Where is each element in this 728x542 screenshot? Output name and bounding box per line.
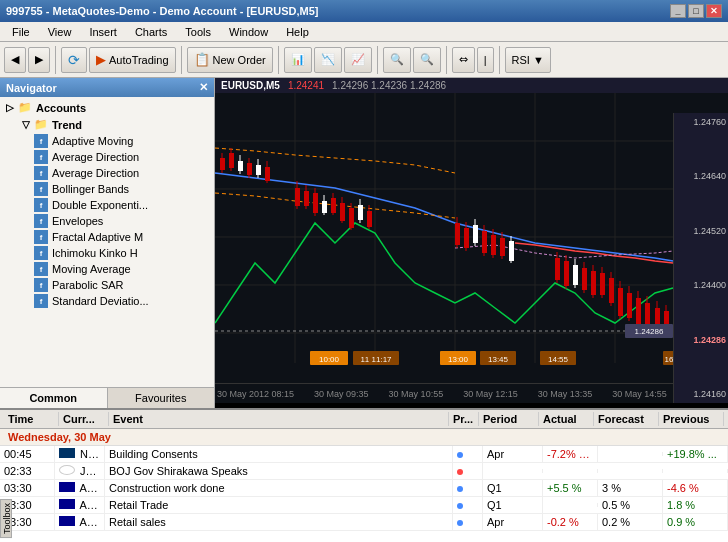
row2-actual	[543, 469, 598, 473]
indicator-label: Parabolic SAR	[52, 279, 124, 291]
toolbar-sep4	[377, 46, 378, 74]
menu-tools[interactable]: Tools	[177, 24, 219, 40]
svg-text:1.24286: 1.24286	[635, 327, 664, 336]
col-time: Time	[4, 412, 59, 426]
neworder-btn[interactable]: 📋 New Order	[187, 47, 273, 73]
calendar-row-4[interactable]: 03:30 AUD Retail Trade Q1 0.5 % 1.8 %	[0, 497, 728, 514]
toolbar-refresh-btn[interactable]: ⟳	[61, 47, 87, 73]
close-btn[interactable]: ✕	[706, 4, 722, 18]
tree-trend-folder[interactable]: ▽ 📁 Trend	[18, 116, 212, 133]
indicator-fractal[interactable]: f Fractal Adaptive M	[30, 229, 212, 245]
calendar-row-5[interactable]: 03:30 AUD Retail sales Apr -0.2 % 0.2 % …	[0, 514, 728, 531]
rsi-btn[interactable]: RSI ▼	[505, 47, 551, 73]
zoom-in-btn[interactable]: 🔍	[383, 47, 411, 73]
indicator-stddev[interactable]: f Standard Deviatio...	[30, 293, 212, 309]
maximize-btn[interactable]: □	[688, 4, 704, 18]
scroll-btn[interactable]: ⇔	[452, 47, 475, 73]
svg-text:10:00: 10:00	[319, 355, 340, 364]
tab-common[interactable]: Common	[0, 388, 108, 408]
row4-actual	[543, 503, 598, 507]
row2-event: BOJ Gov Shirakawa Speaks	[105, 463, 453, 479]
row1-time: 00:45	[0, 446, 55, 462]
window-title: 999755 - MetaQuotes-Demo - Demo Account …	[6, 5, 319, 17]
price-level-3: 1.24520	[676, 226, 726, 236]
trend-folder-label: Trend	[52, 119, 82, 131]
row5-currency-label: AUD	[79, 516, 102, 528]
row4-previous: 1.8 %	[663, 497, 728, 513]
indicator-ichimoku[interactable]: f Ichimoku Kinko H	[30, 245, 212, 261]
zoom-out-btn[interactable]: 🔍	[413, 47, 441, 73]
flag-aud3	[59, 516, 75, 526]
tab-favourites[interactable]: Favourites	[108, 388, 215, 408]
zoom-in-icon: 🔍	[390, 53, 404, 66]
indicator-parabolic[interactable]: f Parabolic SAR	[30, 277, 212, 293]
toolbox-tab[interactable]: Toolbox	[0, 499, 12, 538]
price-level-current: 1.24286	[676, 335, 726, 345]
indicator-ma[interactable]: f Moving Average	[30, 261, 212, 277]
menu-help[interactable]: Help	[278, 24, 317, 40]
row2-period	[483, 469, 543, 473]
row1-currency-label: NZD	[80, 448, 103, 460]
indicator-icon: f	[34, 198, 48, 212]
tree-root-label: Accounts	[36, 102, 86, 114]
indicator-icon: f	[34, 166, 48, 180]
time-axis: 30 May 2012 08:15 30 May 09:35 30 May 10…	[215, 383, 728, 403]
price-panel: 1.24760 1.24640 1.24520 1.24400 1.24286 …	[673, 113, 728, 403]
indicator-label: Ichimoku Kinko H	[52, 247, 138, 259]
period-btn[interactable]: |	[477, 47, 494, 73]
indicator-adaptive-moving[interactable]: f Adaptive Moving	[30, 133, 212, 149]
chart-type-bar[interactable]: 📊	[284, 47, 312, 73]
toolbar-sep6	[499, 46, 500, 74]
col-currency: Curr...	[59, 412, 109, 426]
row4-forecast: 0.5 %	[598, 497, 663, 513]
toolbar-back-btn[interactable]: ◀	[4, 47, 26, 73]
window-controls[interactable]: _ □ ✕	[670, 4, 722, 18]
row3-previous: -4.6 %	[663, 480, 728, 496]
indicator-avg-dir-1[interactable]: f Average Direction	[30, 149, 212, 165]
minimize-btn[interactable]: _	[670, 4, 686, 18]
candle-icon: 📉	[321, 53, 335, 66]
indicator-dexp[interactable]: f Double Exponenti...	[30, 197, 212, 213]
indicator-icon: f	[34, 134, 48, 148]
zoom-out-icon: 🔍	[420, 53, 434, 66]
time-label-4: 30 May 12:15	[463, 389, 518, 399]
time-label-1: 30 May 2012 08:15	[217, 389, 294, 399]
chart-bid: 1.24241	[288, 80, 324, 91]
indicator-avg-dir-2[interactable]: f Average Direction	[30, 165, 212, 181]
navigator-content: ▷ 📁 Accounts ▽ 📁 Trend f Adaptive Moving…	[0, 97, 214, 387]
row3-pr	[453, 480, 483, 496]
calendar-row-1[interactable]: 00:45 NZD Building Consents Apr -7.2% m/…	[0, 446, 728, 463]
col-actual: Actual	[539, 412, 594, 426]
indicator-label: Standard Deviatio...	[52, 295, 149, 307]
time-label-2: 30 May 09:35	[314, 389, 369, 399]
toolbar-fwd-btn[interactable]: ▶	[28, 47, 50, 73]
row4-event: Retail Trade	[105, 497, 453, 513]
chart-type-candle[interactable]: 📉	[314, 47, 342, 73]
row5-previous: 0.9 %	[663, 514, 728, 530]
svg-text:14:55: 14:55	[548, 355, 569, 364]
chart-type-line[interactable]: 📈	[344, 47, 372, 73]
menu-file[interactable]: File	[4, 24, 38, 40]
row5-currency: AUD	[55, 514, 105, 530]
menu-insert[interactable]: Insert	[81, 24, 125, 40]
indicator-envelopes[interactable]: f Envelopes	[30, 213, 212, 229]
autotrading-label: AutoTrading	[109, 54, 169, 66]
back-icon: ◀	[11, 53, 19, 66]
signal-dot-4	[457, 503, 463, 509]
navigator-close-icon[interactable]: ✕	[199, 81, 208, 94]
menu-window[interactable]: Window	[221, 24, 276, 40]
row5-actual: -0.2 %	[543, 514, 598, 530]
scroll-icon: ⇔	[459, 53, 468, 66]
autotrading-btn[interactable]: ▶ AutoTrading	[89, 47, 176, 73]
menu-view[interactable]: View	[40, 24, 80, 40]
menu-charts[interactable]: Charts	[127, 24, 175, 40]
price-level-1: 1.24760	[676, 117, 726, 127]
main-area: Navigator ✕ ▷ 📁 Accounts ▽ 📁 Trend f Ada…	[0, 78, 728, 408]
tree-root[interactable]: ▷ 📁 Accounts	[2, 99, 212, 116]
calendar-row-2[interactable]: 02:33 JPY BOJ Gov Shirakawa Speaks	[0, 463, 728, 480]
signal-dot-5	[457, 520, 463, 526]
calendar-row-3[interactable]: 03:30 AUD Construction work done Q1 +5.5…	[0, 480, 728, 497]
indicator-bollinger[interactable]: f Bollinger Bands	[30, 181, 212, 197]
row3-time: 03:30	[0, 480, 55, 496]
indicator-label: Bollinger Bands	[52, 183, 129, 195]
